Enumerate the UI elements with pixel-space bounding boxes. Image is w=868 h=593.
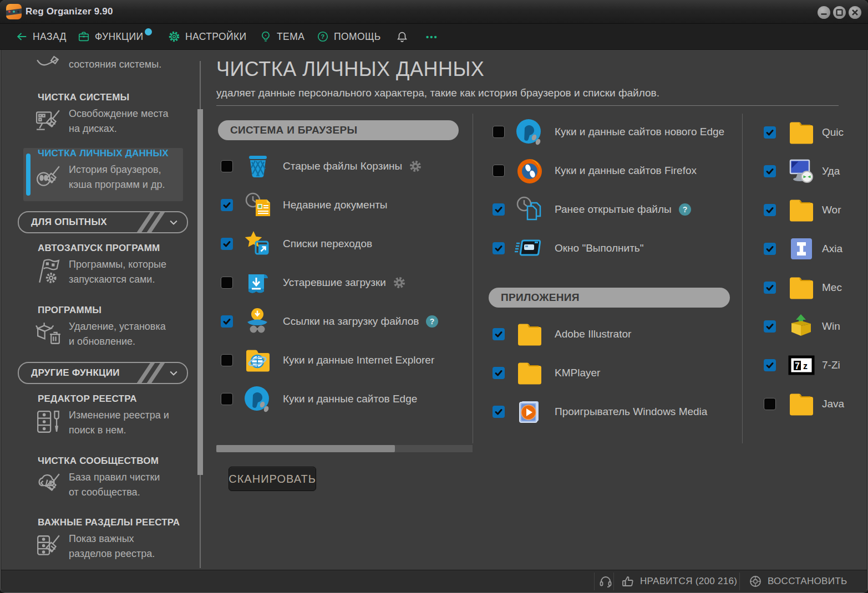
checkbox-checked[interactable] [221, 238, 233, 250]
horizontal-scrollbar-thumb[interactable] [216, 445, 395, 452]
nav-item-back[interactable]: НАЗАД [16, 24, 67, 49]
sidebar-item-system-cleanup[interactable]: ЧИСТКА СИСТЕМЫОсвобождение местана диска… [1, 92, 195, 153]
nav-item-settings[interactable]: НАСТРОЙКИ [168, 24, 247, 49]
help-icon[interactable]: ? [425, 315, 439, 328]
column-divider [473, 114, 473, 443]
cleanup-item-row[interactable]: KMPlayer [488, 354, 742, 392]
horizontal-scrollbar-track[interactable] [216, 445, 473, 452]
cleanup-item-label: Adobe Illustrator [555, 328, 631, 340]
checkbox-unchecked[interactable] [764, 398, 776, 410]
sidebar-group-for-experts[interactable]: ДЛЯ ОПЫТНЫХ [18, 211, 188, 233]
sidebar-item-private-data-cleanup[interactable]: ЧИСТКА ЛИЧНЫХ ДАННЫХИстория браузеров,кэ… [1, 148, 195, 209]
cleanup-item-row[interactable]: Куки и данные сайтов Edge [216, 380, 473, 418]
cleanup-item-row[interactable]: Списки переходов [216, 224, 473, 263]
cleanup-item-row[interactable]: Axia [759, 229, 867, 268]
checkbox-checked[interactable] [221, 199, 233, 211]
checkbox-unchecked[interactable] [493, 126, 505, 138]
checkbox-checked[interactable] [493, 242, 505, 254]
support-button[interactable] [599, 570, 612, 592]
cleanup-item-label: 7-Zi [822, 359, 840, 371]
private-data-icon [35, 163, 62, 190]
checkbox-checked[interactable] [764, 320, 776, 333]
community-cleanup-icon [35, 471, 62, 498]
folder-icon [783, 270, 820, 305]
checkbox-checked[interactable] [493, 328, 505, 340]
minimize-button[interactable] [818, 6, 830, 19]
cleanup-item-row[interactable]: Ссылки на загрузку файлов? [216, 302, 473, 341]
cleanup-item-row[interactable]: Проигрыватель Windows Media [488, 392, 742, 431]
scan-button[interactable]: СКАНИРОВАТЬ [229, 467, 316, 491]
cleanup-item-row[interactable]: Java [759, 385, 867, 423]
checkbox-unchecked[interactable] [221, 277, 233, 289]
checkbox-checked[interactable] [764, 165, 776, 177]
cleanup-item-label: Mec [822, 282, 842, 294]
cleanup-item-row[interactable]: Win [759, 307, 867, 346]
cleanup-item-row[interactable]: Старые файлы Корзины [216, 147, 473, 186]
cleanup-item-label: Java [822, 398, 844, 410]
edge-icon [240, 382, 276, 416]
cleanup-item-label: KMPlayer [555, 367, 600, 379]
nav-item-help[interactable]: ?ПОМОЩЬ [317, 24, 381, 49]
restore-button[interactable]: ВОССТАНОВИТЬ [749, 570, 847, 592]
nav-item-label: ПОМОЩЬ [334, 31, 381, 43]
cleanup-item-row[interactable]: Adobe Illustrator [488, 315, 742, 354]
checkbox-unchecked[interactable] [221, 393, 233, 405]
checkbox-checked[interactable] [764, 243, 776, 255]
close-button[interactable] [849, 6, 861, 19]
cleanup-item-row[interactable]: 7z7-Zi [759, 346, 867, 385]
checkbox-unchecked[interactable] [221, 160, 233, 172]
cleanup-item-row[interactable]: Куки и данные сайтов нового Edge [488, 113, 742, 151]
more-menu-button[interactable]: ••• [426, 24, 438, 49]
divider [613, 572, 614, 590]
sidebar-item-community-cleanup[interactable]: ЧИСТКА СООБЩЕСТВОМБаза правил чисткиот с… [1, 456, 195, 517]
help-icon[interactable]: ? [678, 203, 692, 216]
section-header-pill: СИСТЕМА И БРАУЗЕРЫ [218, 120, 459, 140]
cleanup-item-row[interactable]: Устаревшие загрузки [216, 263, 473, 302]
checkbox-checked[interactable] [764, 204, 776, 216]
checkbox-checked[interactable] [493, 406, 505, 418]
cleanup-item-row[interactable]: Уда [759, 152, 867, 191]
sidebar-group-label: ДЛЯ ОПЫТНЫХ [31, 217, 133, 228]
cleanup-item-row[interactable]: Wor [759, 191, 867, 229]
checkbox-unchecked[interactable] [493, 165, 505, 177]
settings-gear-icon[interactable] [393, 276, 406, 289]
svg-text:?: ? [430, 317, 435, 326]
cleanup-item-row[interactable]: Ранее открытые файлы? [488, 190, 742, 229]
sidebar-item-important-registry[interactable]: ВАЖНЫЕ РАЗДЕЛЫ РЕЕСТРАПоказ важныхраздел… [1, 517, 195, 578]
sidebar-item-title: ПРОГРАММЫ [38, 305, 101, 316]
system-cleanup-icon [35, 108, 62, 134]
sidebar-item-description: Программы, которыезапускаются сами. [69, 257, 166, 287]
gear-icon [168, 30, 180, 43]
checkbox-checked[interactable] [764, 359, 776, 371]
cleanup-item-row[interactable]: Недавние документы [216, 186, 473, 224]
sidebar-item-programs[interactable]: ПРОГРАММЫУдаление, установкаи обновление… [1, 305, 195, 366]
cleanup-item-row[interactable]: Куки и данные Internet Explorer [216, 341, 473, 380]
nav-item-functions[interactable]: ФУНКЦИИ [78, 24, 143, 49]
cleanup-item-row[interactable]: Окно "Выполнить" [488, 229, 742, 268]
checkbox-checked[interactable] [493, 203, 505, 216]
checkbox-checked[interactable] [764, 126, 776, 139]
recent-documents-icon [240, 188, 276, 222]
like-button[interactable]: НРАВИТСЯ (200 216) [621, 570, 737, 592]
notification-badge-icon [145, 28, 152, 35]
sidebar-item-title: ЧИСТКА СИСТЕМЫ [38, 92, 129, 103]
stripes-decoration [133, 363, 168, 383]
checkbox-unchecked[interactable] [221, 354, 233, 366]
download-links-icon [240, 304, 276, 339]
sidebar-group-other-functions[interactable]: ДРУГИЕ ФУНКЦИИ [18, 362, 188, 384]
sidebar-scrollbar-thumb[interactable] [197, 109, 203, 475]
notifications-bell-button[interactable] [396, 24, 408, 49]
checkbox-checked[interactable] [764, 282, 776, 294]
cleanup-item-row[interactable]: Quic [759, 113, 867, 152]
maximize-button[interactable] [833, 6, 846, 19]
nav-item-label: НАЗАД [33, 31, 67, 43]
sidebar-item-registry-editor[interactable]: РЕДАКТОР РЕЕСТРАИзменение реестра ипоиск… [1, 393, 195, 454]
nav-item-theme[interactable]: ТЕМА [260, 24, 304, 49]
cleanup-item-row[interactable]: Куки и данные сайтов Firefox [488, 151, 742, 190]
app-window: Reg Organizer 9.90 НАЗАДФУНКЦИИНАСТРОЙКИ… [0, 0, 868, 593]
checkbox-checked[interactable] [221, 315, 233, 328]
sidebar-item-autorun[interactable]: АВТОЗАПУСК ПРОГРАММПрограммы, которыезап… [1, 243, 195, 304]
settings-gear-icon[interactable] [409, 160, 422, 173]
cleanup-item-row[interactable]: Mec [759, 268, 867, 307]
checkbox-checked[interactable] [493, 367, 505, 379]
